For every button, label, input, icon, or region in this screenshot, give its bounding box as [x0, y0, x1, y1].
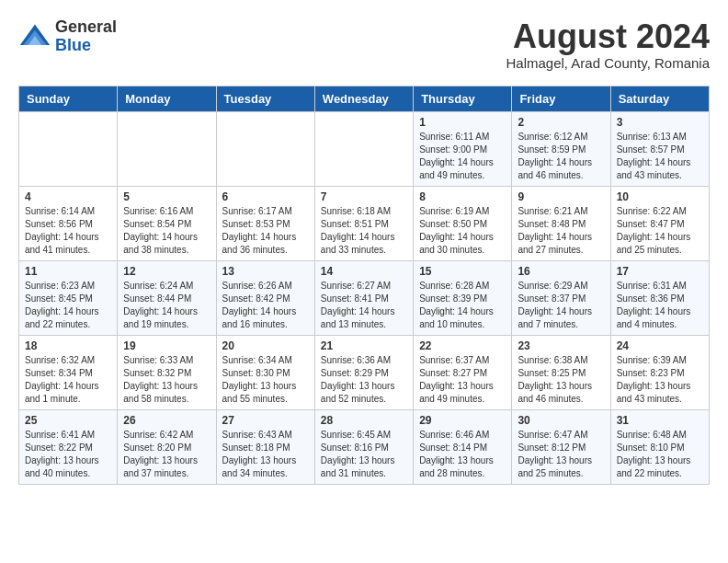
- logo-icon: [18, 20, 51, 53]
- weekday-header: Monday: [118, 86, 216, 111]
- calendar: SundayMondayTuesdayWednesdayThursdayFrid…: [18, 86, 710, 485]
- day-number: 11: [25, 265, 111, 278]
- day-info: Sunrise: 6:45 AM Sunset: 8:16 PM Dayligh…: [321, 429, 407, 480]
- calendar-cell: 30Sunrise: 6:47 AM Sunset: 8:12 PM Dayli…: [512, 409, 610, 484]
- calendar-cell: 23Sunrise: 6:38 AM Sunset: 8:25 PM Dayli…: [512, 335, 610, 409]
- calendar-week-row: 4Sunrise: 6:14 AM Sunset: 8:56 PM Daylig…: [19, 186, 710, 260]
- calendar-week-row: 1Sunrise: 6:11 AM Sunset: 9:00 PM Daylig…: [19, 111, 710, 186]
- month-year: August 2024: [506, 18, 711, 55]
- day-info: Sunrise: 6:21 AM Sunset: 8:48 PM Dayligh…: [518, 205, 604, 257]
- day-number: 29: [419, 414, 506, 427]
- calendar-cell: 12Sunrise: 6:24 AM Sunset: 8:44 PM Dayli…: [118, 260, 216, 335]
- calendar-cell: [216, 111, 314, 186]
- day-info: Sunrise: 6:39 AM Sunset: 8:23 PM Dayligh…: [617, 354, 703, 406]
- calendar-cell: 10Sunrise: 6:22 AM Sunset: 8:47 PM Dayli…: [610, 186, 709, 260]
- day-info: Sunrise: 6:29 AM Sunset: 8:37 PM Dayligh…: [518, 280, 604, 331]
- day-number: 13: [222, 265, 309, 278]
- calendar-cell: 29Sunrise: 6:46 AM Sunset: 8:14 PM Dayli…: [414, 409, 512, 484]
- logo-blue: Blue: [55, 36, 91, 54]
- weekday-header: Wednesday: [314, 86, 413, 111]
- calendar-cell: 2Sunrise: 6:12 AM Sunset: 8:59 PM Daylig…: [512, 111, 610, 186]
- calendar-cell: [118, 111, 216, 186]
- day-number: 19: [123, 339, 210, 352]
- day-info: Sunrise: 6:13 AM Sunset: 8:57 PM Dayligh…: [617, 131, 703, 182]
- logo: General Blue: [18, 18, 117, 55]
- calendar-cell: 3Sunrise: 6:13 AM Sunset: 8:57 PM Daylig…: [610, 111, 709, 186]
- day-number: 7: [321, 190, 407, 203]
- day-info: Sunrise: 6:46 AM Sunset: 8:14 PM Dayligh…: [419, 429, 506, 480]
- day-info: Sunrise: 6:22 AM Sunset: 8:47 PM Dayligh…: [617, 205, 703, 257]
- calendar-cell: 1Sunrise: 6:11 AM Sunset: 9:00 PM Daylig…: [414, 111, 512, 186]
- calendar-cell: 6Sunrise: 6:17 AM Sunset: 8:53 PM Daylig…: [216, 186, 314, 260]
- day-number: 26: [123, 414, 210, 427]
- day-info: Sunrise: 6:14 AM Sunset: 8:56 PM Dayligh…: [25, 205, 111, 257]
- day-info: Sunrise: 6:31 AM Sunset: 8:36 PM Dayligh…: [617, 280, 703, 331]
- day-info: Sunrise: 6:37 AM Sunset: 8:27 PM Dayligh…: [419, 354, 506, 406]
- day-info: Sunrise: 6:36 AM Sunset: 8:29 PM Dayligh…: [321, 354, 407, 406]
- weekday-row: SundayMondayTuesdayWednesdayThursdayFrid…: [19, 86, 710, 111]
- calendar-cell: 8Sunrise: 6:19 AM Sunset: 8:50 PM Daylig…: [414, 186, 512, 260]
- weekday-header: Sunday: [19, 86, 118, 111]
- day-number: 25: [25, 414, 111, 427]
- day-number: 30: [518, 414, 604, 427]
- day-info: Sunrise: 6:48 AM Sunset: 8:10 PM Dayligh…: [617, 429, 703, 480]
- day-number: 14: [321, 265, 407, 278]
- weekday-header: Saturday: [610, 86, 709, 111]
- logo-text: General Blue: [55, 18, 117, 55]
- day-info: Sunrise: 6:19 AM Sunset: 8:50 PM Dayligh…: [419, 205, 506, 257]
- day-info: Sunrise: 6:16 AM Sunset: 8:54 PM Dayligh…: [123, 205, 210, 257]
- calendar-cell: 31Sunrise: 6:48 AM Sunset: 8:10 PM Dayli…: [610, 409, 709, 484]
- day-info: Sunrise: 6:26 AM Sunset: 8:42 PM Dayligh…: [222, 280, 309, 331]
- day-info: Sunrise: 6:38 AM Sunset: 8:25 PM Dayligh…: [518, 354, 604, 406]
- day-info: Sunrise: 6:47 AM Sunset: 8:12 PM Dayligh…: [518, 429, 604, 480]
- day-info: Sunrise: 6:32 AM Sunset: 8:34 PM Dayligh…: [25, 354, 111, 406]
- day-info: Sunrise: 6:34 AM Sunset: 8:30 PM Dayligh…: [222, 354, 309, 406]
- day-info: Sunrise: 6:24 AM Sunset: 8:44 PM Dayligh…: [123, 280, 210, 331]
- day-number: 28: [321, 414, 407, 427]
- day-number: 12: [123, 265, 210, 278]
- calendar-week-row: 11Sunrise: 6:23 AM Sunset: 8:45 PM Dayli…: [19, 260, 710, 335]
- day-number: 2: [518, 116, 604, 129]
- calendar-cell: 16Sunrise: 6:29 AM Sunset: 8:37 PM Dayli…: [512, 260, 610, 335]
- day-number: 18: [25, 339, 111, 352]
- day-number: 27: [222, 414, 309, 427]
- day-number: 10: [617, 190, 703, 203]
- weekday-header: Tuesday: [216, 86, 314, 111]
- calendar-cell: 20Sunrise: 6:34 AM Sunset: 8:30 PM Dayli…: [216, 335, 314, 409]
- calendar-cell: 18Sunrise: 6:32 AM Sunset: 8:34 PM Dayli…: [19, 335, 118, 409]
- calendar-cell: 17Sunrise: 6:31 AM Sunset: 8:36 PM Dayli…: [610, 260, 709, 335]
- calendar-cell: 4Sunrise: 6:14 AM Sunset: 8:56 PM Daylig…: [19, 186, 118, 260]
- calendar-cell: [19, 111, 118, 186]
- day-info: Sunrise: 6:43 AM Sunset: 8:18 PM Dayligh…: [222, 429, 309, 480]
- calendar-cell: 21Sunrise: 6:36 AM Sunset: 8:29 PM Dayli…: [314, 335, 413, 409]
- calendar-cell: 22Sunrise: 6:37 AM Sunset: 8:27 PM Dayli…: [414, 335, 512, 409]
- day-info: Sunrise: 6:12 AM Sunset: 8:59 PM Dayligh…: [518, 131, 604, 182]
- day-number: 31: [617, 414, 703, 427]
- day-info: Sunrise: 6:27 AM Sunset: 8:41 PM Dayligh…: [321, 280, 407, 331]
- page-header: General Blue August 2024 Halmagel, Arad …: [18, 18, 710, 71]
- calendar-week-row: 18Sunrise: 6:32 AM Sunset: 8:34 PM Dayli…: [19, 335, 710, 409]
- day-info: Sunrise: 6:41 AM Sunset: 8:22 PM Dayligh…: [25, 429, 111, 480]
- calendar-cell: 19Sunrise: 6:33 AM Sunset: 8:32 PM Dayli…: [118, 335, 216, 409]
- day-number: 1: [419, 116, 506, 129]
- calendar-cell: 26Sunrise: 6:42 AM Sunset: 8:20 PM Dayli…: [118, 409, 216, 484]
- calendar-cell: 28Sunrise: 6:45 AM Sunset: 8:16 PM Dayli…: [314, 409, 413, 484]
- day-info: Sunrise: 6:17 AM Sunset: 8:53 PM Dayligh…: [222, 205, 309, 257]
- calendar-cell: 13Sunrise: 6:26 AM Sunset: 8:42 PM Dayli…: [216, 260, 314, 335]
- calendar-cell: 5Sunrise: 6:16 AM Sunset: 8:54 PM Daylig…: [118, 186, 216, 260]
- calendar-cell: [314, 111, 413, 186]
- title-block: August 2024 Halmagel, Arad County, Roman…: [506, 18, 711, 71]
- day-info: Sunrise: 6:42 AM Sunset: 8:20 PM Dayligh…: [123, 429, 210, 480]
- weekday-header: Friday: [512, 86, 610, 111]
- day-info: Sunrise: 6:33 AM Sunset: 8:32 PM Dayligh…: [123, 354, 210, 406]
- day-info: Sunrise: 6:18 AM Sunset: 8:51 PM Dayligh…: [321, 205, 407, 257]
- day-number: 23: [518, 339, 604, 352]
- calendar-cell: 24Sunrise: 6:39 AM Sunset: 8:23 PM Dayli…: [610, 335, 709, 409]
- calendar-cell: 14Sunrise: 6:27 AM Sunset: 8:41 PM Dayli…: [314, 260, 413, 335]
- weekday-header: Thursday: [414, 86, 512, 111]
- day-info: Sunrise: 6:23 AM Sunset: 8:45 PM Dayligh…: [25, 280, 111, 331]
- day-number: 3: [617, 116, 703, 129]
- day-number: 20: [222, 339, 309, 352]
- calendar-cell: 11Sunrise: 6:23 AM Sunset: 8:45 PM Dayli…: [19, 260, 118, 335]
- calendar-cell: 25Sunrise: 6:41 AM Sunset: 8:22 PM Dayli…: [19, 409, 118, 484]
